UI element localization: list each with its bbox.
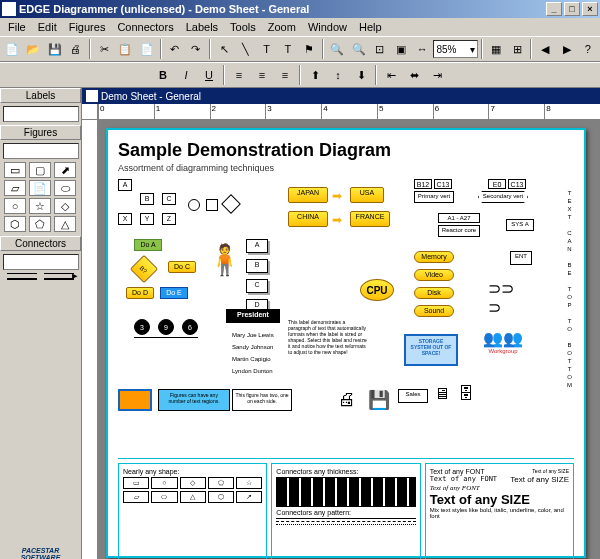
logic-gates[interactable]: ⊃⊃⊃ xyxy=(488,279,538,319)
box-china[interactable]: CHINA xyxy=(288,211,328,227)
shape-rect[interactable]: ▭ xyxy=(4,162,26,178)
zoom-fit-button[interactable]: ⊡ xyxy=(370,38,390,60)
labels-dropdown[interactable] xyxy=(3,106,79,122)
box-y[interactable]: Y xyxy=(140,213,154,225)
paste-button[interactable]: 📄 xyxy=(136,38,156,60)
figures-dropdown[interactable] xyxy=(3,143,79,159)
grid-button[interactable]: ▦ xyxy=(486,38,506,60)
label-regions2[interactable]: This figure has two, one on each side. xyxy=(232,389,292,411)
demo-shape[interactable]: ◇ xyxy=(180,477,206,489)
box-storage[interactable]: STORAGE SYSTEM OUT OF SPACE! xyxy=(404,334,458,366)
shape-round[interactable]: ▢ xyxy=(29,162,51,178)
server-icon[interactable]: 🗄 xyxy=(458,385,474,403)
open-button[interactable]: 📂 xyxy=(23,38,43,60)
zoom-combo[interactable]: 85%▾ xyxy=(433,40,477,58)
halign-left-button[interactable]: ⇤ xyxy=(380,64,402,86)
box-doe[interactable]: Do E xyxy=(160,287,188,299)
label-tool[interactable]: T xyxy=(278,38,298,60)
box-stack-c[interactable]: C xyxy=(246,279,268,293)
symbol-circle[interactable] xyxy=(188,199,200,211)
halign-center-button[interactable]: ⬌ xyxy=(403,64,425,86)
zoom-width-button[interactable]: ↔ xyxy=(412,38,432,60)
select-tool[interactable]: ↖ xyxy=(214,38,234,60)
box-sales[interactable]: Sales xyxy=(398,389,428,403)
shape-tri[interactable]: △ xyxy=(54,216,76,232)
next-page-button[interactable]: ▶ xyxy=(556,38,576,60)
align-left-button[interactable]: ≡ xyxy=(228,64,250,86)
align-center-button[interactable]: ≡ xyxy=(251,64,273,86)
floppy-icon[interactable]: 💾 xyxy=(368,389,390,411)
box-disk[interactable]: Disk xyxy=(414,287,454,299)
vertical-text[interactable]: TEXT CAN BE TOP TO BOTTOM xyxy=(567,189,572,389)
demo-shape[interactable]: △ xyxy=(180,491,206,503)
zoom-in-button[interactable]: 🔍 xyxy=(327,38,347,60)
box-e0[interactable]: E0 xyxy=(488,179,506,189)
help-button[interactable]: ? xyxy=(578,38,598,60)
shape-hex[interactable]: ⬡ xyxy=(4,216,26,232)
connect-tool[interactable]: ╲ xyxy=(235,38,255,60)
demo-shape[interactable]: ⬠ xyxy=(208,477,234,489)
circle-9[interactable]: 9 xyxy=(158,319,174,335)
box-japan[interactable]: JAPAN xyxy=(288,187,328,203)
menu-connectors[interactable]: Connectors xyxy=(111,20,179,34)
menu-edit[interactable]: Edit xyxy=(32,20,63,34)
close-button[interactable]: × xyxy=(582,2,598,16)
copy-button[interactable]: 📋 xyxy=(115,38,135,60)
valign-bottom-button[interactable]: ⬇ xyxy=(350,64,372,86)
menu-zoom[interactable]: Zoom xyxy=(262,20,302,34)
box-x[interactable]: X xyxy=(118,213,132,225)
box-doc[interactable]: Do C xyxy=(168,261,196,273)
snap-button[interactable]: ⊞ xyxy=(507,38,527,60)
valign-mid-button[interactable]: ↕ xyxy=(327,64,349,86)
circle-6[interactable]: 6 xyxy=(182,319,198,335)
connector-double-arrow[interactable] xyxy=(44,278,74,280)
symbol-diamond[interactable] xyxy=(221,194,241,214)
box-cpu[interactable]: CPU xyxy=(360,279,394,301)
figures-panel-head[interactable]: Figures xyxy=(0,125,81,140)
redo-button[interactable]: ↷ xyxy=(186,38,206,60)
box-primary[interactable]: Primary vert xyxy=(414,191,454,203)
cut-button[interactable]: ✂ xyxy=(94,38,114,60)
text-tool[interactable]: T xyxy=(257,38,277,60)
connectors-panel-head[interactable]: Connectors xyxy=(0,236,81,251)
maximize-button[interactable]: □ xyxy=(564,2,580,16)
menu-help[interactable]: Help xyxy=(353,20,388,34)
connector-dashed[interactable] xyxy=(7,278,37,280)
box-dob[interactable]: B? xyxy=(130,255,158,283)
align-right-button[interactable]: ≡ xyxy=(274,64,296,86)
print-button[interactable]: 🖨 xyxy=(66,38,86,60)
save-button[interactable]: 💾 xyxy=(44,38,64,60)
box-a1a27[interactable]: A1 - A27 xyxy=(438,213,480,223)
demo-shape[interactable]: ⬡ xyxy=(208,491,234,503)
label-paragraph[interactable]: This label demonstrates a paragraph of t… xyxy=(288,319,368,355)
shape-ellipse[interactable]: ⬭ xyxy=(54,180,76,196)
menu-file[interactable]: File xyxy=(2,20,32,34)
shape-circle[interactable]: ○ xyxy=(4,198,26,214)
box-stack-a[interactable]: A xyxy=(246,239,268,253)
symbol-square[interactable] xyxy=(206,199,218,211)
computer-icon[interactable]: 🖥 xyxy=(434,385,450,403)
orange-figure[interactable] xyxy=(118,389,152,411)
valign-top-button[interactable]: ⬆ xyxy=(304,64,326,86)
demo-shape[interactable]: ▭ xyxy=(123,477,149,489)
box-sound[interactable]: Sound xyxy=(414,305,454,317)
shape-diamond[interactable]: ◇ xyxy=(54,198,76,214)
connectors-dropdown[interactable] xyxy=(3,254,79,270)
box-z[interactable]: Z xyxy=(162,213,176,225)
bold-button[interactable]: B xyxy=(152,64,174,86)
circle-3[interactable]: 3 xyxy=(134,319,150,335)
shape-star[interactable]: ☆ xyxy=(29,198,51,214)
box-a[interactable]: A xyxy=(118,179,132,191)
box-video[interactable]: Video xyxy=(414,269,454,281)
box-c[interactable]: C xyxy=(162,193,176,205)
box-c13a[interactable]: C13 xyxy=(434,179,452,189)
halign-right-button[interactable]: ⇥ xyxy=(426,64,448,86)
connector-line[interactable] xyxy=(7,273,37,274)
box-sysa[interactable]: SYS A xyxy=(506,219,534,231)
box-memory[interactable]: Memory xyxy=(414,251,454,263)
menu-labels[interactable]: Labels xyxy=(180,20,224,34)
demo-shape[interactable]: ☆ xyxy=(236,477,262,489)
box-secondary[interactable]: Secondary vert xyxy=(478,191,528,203)
new-button[interactable]: 📄 xyxy=(2,38,22,60)
box-c13b[interactable]: C13 xyxy=(508,179,526,189)
